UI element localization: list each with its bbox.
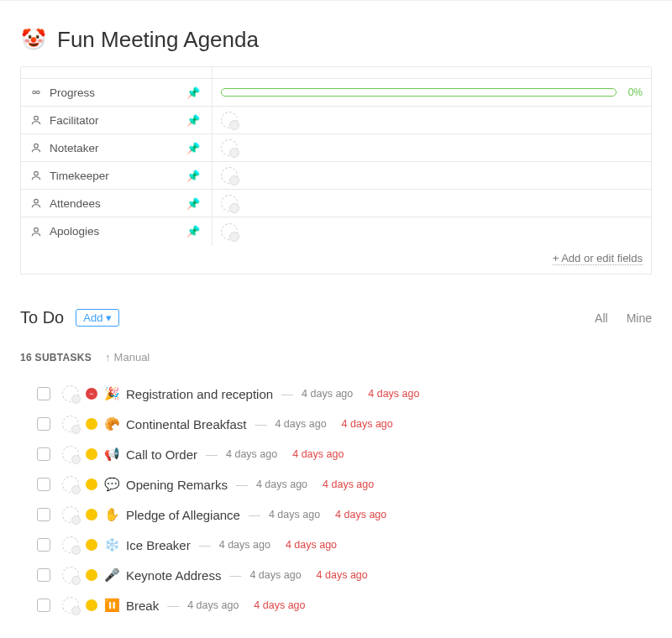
field-value-cell[interactable]: 0% bbox=[213, 79, 651, 106]
status-pending-icon[interactable] bbox=[86, 418, 97, 430]
task-checkbox[interactable] bbox=[37, 417, 50, 431]
progress-percent: 0% bbox=[628, 86, 643, 98]
task-checkbox[interactable] bbox=[37, 508, 50, 521]
field-label-cell[interactable]: Apologies📌 bbox=[21, 217, 213, 245]
separator-icon: — bbox=[229, 568, 241, 582]
svg-point-1 bbox=[37, 91, 40, 94]
field-value-cell[interactable] bbox=[213, 134, 651, 161]
pin-icon[interactable]: 📌 bbox=[186, 114, 200, 127]
task-name[interactable]: Pledge of Allegiance bbox=[126, 508, 240, 522]
field-row: Facilitator📌 bbox=[21, 107, 651, 134]
task-due-date: 4 days ago bbox=[342, 418, 393, 430]
field-value-cell[interactable] bbox=[213, 162, 651, 189]
field-value-cell[interactable] bbox=[213, 217, 651, 245]
task-row[interactable]: 🎤Keynote Address—4 days ago4 days ago bbox=[20, 560, 652, 590]
field-name-text: Facilitator bbox=[50, 114, 180, 127]
assignee-placeholder-icon[interactable] bbox=[62, 385, 79, 402]
field-label-cell[interactable]: Attendees📌 bbox=[21, 190, 213, 217]
field-row: Attendees📌 bbox=[21, 190, 651, 217]
status-pending-icon[interactable] bbox=[86, 599, 97, 611]
field-label-cell[interactable]: Timekeeper📌 bbox=[21, 162, 213, 189]
task-created-date: 4 days ago bbox=[187, 599, 239, 611]
assignee-placeholder-icon[interactable] bbox=[62, 536, 79, 553]
pin-icon[interactable]: 📌 bbox=[186, 170, 200, 182]
status-pending-icon[interactable] bbox=[86, 539, 97, 551]
field-row: Apologies📌 bbox=[21, 217, 651, 245]
assignee-placeholder-icon[interactable] bbox=[221, 139, 238, 156]
task-row[interactable]: ❄️Ice Breaker—4 days ago4 days ago bbox=[20, 530, 652, 560]
task-row[interactable]: 🥐Continental Breakfast—4 days ago4 days … bbox=[20, 409, 652, 439]
task-checkbox[interactable] bbox=[37, 538, 50, 552]
field-row: Progress📌0% bbox=[21, 79, 651, 107]
task-row[interactable]: −🎉Registration and reception—4 days ago4… bbox=[20, 379, 652, 409]
task-row[interactable]: 💬Opening Remarks—4 days ago4 days ago bbox=[20, 469, 652, 499]
field-value-cell[interactable] bbox=[213, 190, 651, 217]
filter-mine[interactable]: Mine bbox=[627, 311, 652, 325]
field-value-cell[interactable] bbox=[213, 107, 651, 133]
task-created-date: 4 days ago bbox=[256, 478, 307, 490]
task-checkbox[interactable] bbox=[37, 447, 50, 461]
assignee-placeholder-icon[interactable] bbox=[221, 112, 238, 128]
task-checkbox[interactable] bbox=[37, 568, 50, 582]
task-row[interactable]: ✋Pledge of Allegiance—4 days ago4 days a… bbox=[20, 499, 652, 530]
pin-icon[interactable]: 📌 bbox=[186, 197, 200, 210]
task-name[interactable]: Registration and reception bbox=[126, 387, 273, 401]
status-pending-icon[interactable] bbox=[86, 569, 97, 581]
task-emoji-icon: 🎤 bbox=[104, 567, 119, 583]
task-name[interactable]: Keynote Address bbox=[126, 568, 221, 583]
separator-icon: — bbox=[167, 599, 179, 612]
field-name-text: Notetaker bbox=[50, 142, 180, 154]
assignee-placeholder-icon[interactable] bbox=[62, 416, 79, 432]
separator-icon: — bbox=[236, 478, 248, 491]
field-name-text: Attendees bbox=[50, 197, 180, 210]
field-label-cell[interactable]: Facilitator📌 bbox=[21, 107, 213, 133]
svg-point-6 bbox=[34, 227, 39, 232]
pin-icon[interactable]: 📌 bbox=[186, 86, 200, 99]
task-emoji-icon: ✋ bbox=[104, 507, 119, 522]
svg-point-4 bbox=[34, 171, 39, 175]
assignee-placeholder-icon[interactable] bbox=[62, 567, 79, 583]
assignee-placeholder-icon[interactable] bbox=[221, 167, 238, 184]
assignee-placeholder-icon[interactable] bbox=[62, 597, 79, 614]
person-icon bbox=[29, 197, 43, 209]
progress-bar[interactable] bbox=[221, 88, 617, 97]
task-name[interactable]: Call to Order bbox=[126, 447, 197, 462]
task-emoji-icon: ⏸️ bbox=[104, 598, 119, 613]
assignee-placeholder-icon[interactable] bbox=[62, 506, 79, 523]
task-checkbox[interactable] bbox=[37, 478, 50, 491]
assignee-placeholder-icon[interactable] bbox=[62, 476, 79, 493]
svg-point-0 bbox=[33, 91, 36, 94]
task-name[interactable]: Opening Remarks bbox=[126, 478, 228, 492]
status-pending-icon[interactable] bbox=[86, 448, 97, 460]
task-checkbox[interactable] bbox=[37, 599, 50, 612]
status-pending-icon[interactable] bbox=[86, 509, 97, 520]
pin-icon[interactable]: 📌 bbox=[186, 142, 200, 154]
separator-icon: — bbox=[249, 508, 260, 521]
task-name[interactable]: Ice Breaker bbox=[126, 538, 191, 552]
fields-table: Progress📌0%Facilitator📌Notetaker📌Timekee… bbox=[20, 66, 652, 275]
status-pending-icon[interactable] bbox=[86, 478, 97, 490]
assignee-placeholder-icon[interactable] bbox=[221, 223, 238, 240]
field-label-cell[interactable]: Notetaker📌 bbox=[21, 134, 213, 161]
pin-icon[interactable]: 📌 bbox=[186, 225, 200, 238]
assignee-placeholder-icon[interactable] bbox=[221, 195, 238, 212]
status-blocked-icon[interactable]: − bbox=[86, 388, 97, 400]
task-due-date: 4 days ago bbox=[317, 569, 368, 581]
separator-icon: — bbox=[255, 417, 266, 431]
task-checkbox[interactable] bbox=[37, 387, 50, 400]
sort-button[interactable]: ↑ Manual bbox=[105, 351, 150, 363]
person-icon bbox=[29, 142, 43, 154]
task-row[interactable]: 📢Call to Order—4 days ago4 days ago bbox=[20, 439, 652, 469]
svg-point-2 bbox=[34, 116, 39, 120]
filter-all[interactable]: All bbox=[595, 311, 608, 325]
task-row[interactable]: ⏸️Break—4 days ago4 days ago bbox=[20, 590, 652, 620]
add-task-button[interactable]: Add ▾ bbox=[76, 309, 119, 327]
task-due-date: 4 days ago bbox=[368, 388, 419, 400]
assignee-placeholder-icon[interactable] bbox=[62, 446, 79, 463]
task-name[interactable]: Break bbox=[126, 599, 159, 613]
add-edit-fields-button[interactable]: + Add or edit fields bbox=[553, 252, 643, 265]
task-emoji-icon: 🥐 bbox=[104, 416, 119, 431]
page-emoji: 🤡 bbox=[20, 26, 47, 53]
task-name[interactable]: Continental Breakfast bbox=[126, 417, 246, 431]
field-label-cell[interactable]: Progress📌 bbox=[21, 79, 213, 106]
